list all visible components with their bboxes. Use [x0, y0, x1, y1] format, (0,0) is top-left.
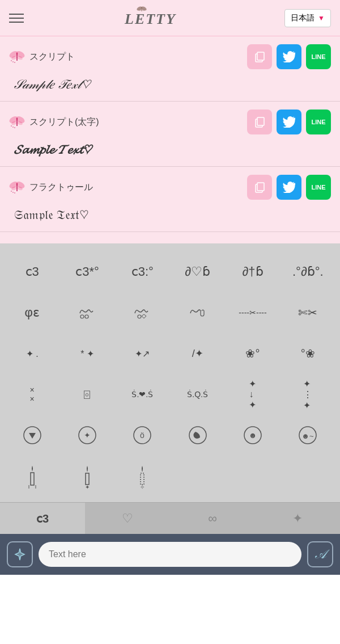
tab-hearts-icon: ♡	[122, 511, 133, 526]
emoji-c3-dot[interactable]: ϲ3:°	[115, 251, 170, 292]
emoji-circle-dash[interactable]: ☻	[225, 415, 280, 456]
circle-dash-icon: ☻	[243, 425, 263, 445]
tab-stars-icon: ✦	[292, 511, 303, 526]
emoji-pen-inf[interactable]	[60, 292, 114, 333]
emoji-scissors-open[interactable]: ✄✂	[280, 292, 335, 333]
copy-button-fraktur[interactable]	[247, 175, 272, 200]
svg-marker-41	[29, 433, 36, 439]
tab-fancy-icon: ∞	[208, 511, 217, 526]
emoji-heart-bob[interactable]: ∂♡ɓ	[170, 251, 225, 292]
logo-svg: LETTY ·	[120, 3, 188, 28]
emoji-circle-down[interactable]	[5, 415, 60, 456]
tab-hearts[interactable]: ♡	[85, 503, 170, 534]
font-section-fraktur: フラクトゥール LINE 𝔖𝔞𝔪𝔭𝔩𝔢 𝔗𝔢𝔵𝔱♡	[0, 167, 340, 232]
sample-text-script-bold: 𝓢𝓪𝓶𝓹𝓵𝓮 𝓣𝓮𝔁𝓽♡	[9, 140, 331, 161]
emoji-c3-star[interactable]: ϲ3*°	[60, 251, 114, 292]
svg-point-38	[85, 315, 88, 318]
text-input[interactable]	[39, 542, 301, 567]
emoji-keyboard: ϲ3 ϲ3*° ϲ3:° ∂♡ɓ ∂†ɓ .°∂ɓ°. φɛ ----✂----…	[0, 243, 340, 502]
emoji-c3[interactable]: ϲ3	[5, 251, 60, 292]
twitter-button-fraktur[interactable]	[277, 175, 301, 200]
circle-moon-icon	[188, 425, 208, 445]
emoji-pe[interactable]: φɛ	[5, 292, 60, 333]
language-label: 日本語	[291, 13, 314, 23]
line-button-fraktur[interactable]: LINE	[306, 175, 331, 200]
font-header-script: スクリプト LINE	[9, 44, 331, 69]
copy-button-script-bold[interactable]	[247, 110, 272, 134]
sample-text-fraktur: 𝔖𝔞𝔪𝔭𝔩𝔢 𝔗𝔢𝔵𝔱♡	[9, 205, 331, 226]
font-title-script: スクリプト	[9, 50, 75, 63]
emoji-x-dots[interactable]: ××	[5, 374, 60, 415]
copy-button-script[interactable]	[247, 44, 272, 69]
tab-symbols-icon: ϲ3	[36, 512, 49, 525]
keyboard-tabs: ϲ3 ♡ ∞ ✦	[0, 502, 340, 534]
app-logo: LETTY ·	[24, 3, 284, 32]
font-header-fraktur: フラクトゥール LINE	[9, 175, 331, 200]
font-style-icon: 𝒜	[315, 547, 326, 562]
font-style-button[interactable]: 𝒜	[307, 541, 333, 567]
circle-swirl-icon: ☻~	[298, 425, 318, 445]
sparkle-button[interactable]	[7, 541, 33, 567]
copy-icon	[253, 50, 266, 63]
emoji-star-arrow[interactable]: ✦↗	[115, 333, 170, 374]
font-title-fraktur: フラクトゥール	[9, 181, 93, 193]
twitter-icon-bold	[283, 116, 295, 128]
main-content: スクリプト LINE 𝒮𝒶𝓂𝓅𝓁𝑒 𝒯𝑒𝓍𝓉♡	[0, 36, 340, 243]
menu-button[interactable]	[9, 14, 24, 23]
circle-down-icon	[22, 425, 42, 445]
svg-rect-26	[257, 117, 264, 125]
emoji-star-dot2[interactable]: * ✦	[60, 333, 114, 374]
svg-point-23	[12, 127, 14, 128]
twitter-button-script-bold[interactable]	[277, 110, 301, 134]
line-icon-fraktur: LINE	[311, 184, 325, 191]
emoji-circle-swirl[interactable]: ☻~	[280, 415, 335, 456]
svg-text:ö: ö	[140, 431, 144, 440]
emoji-flourish2[interactable]: °❀	[280, 333, 335, 374]
line-button-script[interactable]: LINE	[306, 44, 331, 69]
emoji-bracket[interactable]: ⌻	[60, 374, 114, 415]
emoji-dots-ob[interactable]: .°∂ɓ°.	[280, 251, 335, 292]
svg-point-22	[11, 125, 12, 127]
circle-o-icon: ö	[132, 425, 152, 445]
copy-icon-bold	[253, 116, 266, 128]
emoji-face-heart1[interactable]: Ṡ.❤.Ṡ	[115, 374, 170, 415]
emoji-slash-star[interactable]: /✦	[170, 333, 225, 374]
emoji-empty1	[170, 456, 225, 496]
script-bold-label: スクリプト(太字)	[29, 116, 99, 128]
fraktur-label: フラクトゥール	[29, 182, 93, 193]
line-button-script-bold[interactable]: LINE	[306, 110, 331, 134]
emoji-circle-star[interactable]: ✦	[60, 415, 114, 456]
svg-rect-54	[86, 473, 89, 485]
tab-symbols[interactable]: ϲ3	[0, 503, 85, 534]
language-selector[interactable]: 日本語 ▼	[284, 9, 331, 27]
twitter-button-script[interactable]	[277, 44, 301, 69]
line-icon-bold: LINE	[311, 119, 325, 125]
emoji-pen-u[interactable]	[170, 292, 225, 333]
svg-text:✧: ✧	[140, 484, 144, 490]
tab-stars[interactable]: ✦	[255, 503, 340, 534]
emoji-circle-o[interactable]: ö	[115, 415, 170, 456]
svg-point-37	[80, 315, 84, 318]
font-section-script-bold: スクリプト(太字) LINE 𝓢𝓪𝓶𝓹𝓵𝓮 𝓣𝓮𝔁𝓽♡	[0, 102, 340, 167]
emoji-scissors-line[interactable]: ----✂----	[225, 292, 280, 333]
emoji-empty3	[280, 456, 335, 496]
svg-rect-56	[141, 473, 144, 485]
emoji-flourish1[interactable]: ❀°	[225, 333, 280, 374]
svg-text:☻: ☻	[249, 431, 257, 440]
emoji-candle3[interactable]: ✧	[115, 456, 170, 496]
emoji-dtb[interactable]: ∂†ɓ	[225, 251, 280, 292]
font-actions-script: LINE	[247, 44, 331, 69]
emoji-face-heart2[interactable]: Ṡ.Q.Ṡ	[170, 374, 225, 415]
emoji-star-dot1[interactable]: ✦ .	[5, 333, 60, 374]
svg-point-39	[138, 315, 141, 318]
tab-fancy[interactable]: ∞	[170, 503, 255, 534]
svg-point-13	[12, 61, 14, 62]
emoji-asterisk-down[interactable]: ✦↓✦	[225, 374, 280, 415]
svg-text:✦: ✦	[85, 484, 90, 490]
emoji-pen-m[interactable]	[115, 292, 170, 333]
emoji-candle2[interactable]: ✦	[60, 456, 114, 496]
emoji-asterisk-dots[interactable]: ✦⋮✦	[280, 374, 335, 415]
emoji-circle-moon[interactable]	[170, 415, 225, 456]
svg-text:✦: ✦	[84, 431, 91, 440]
emoji-candle1[interactable]	[5, 456, 60, 496]
